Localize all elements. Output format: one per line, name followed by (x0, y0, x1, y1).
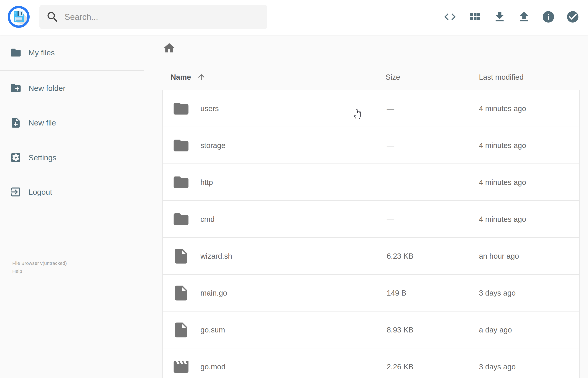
file-name: cmd (200, 201, 214, 238)
file-icon (172, 284, 190, 302)
home-icon (163, 41, 176, 55)
file-size: — (387, 90, 394, 127)
file-size: — (387, 164, 394, 201)
table-row-users[interactable]: users — 4 minutes ago (163, 90, 579, 127)
check-circle-icon (566, 10, 580, 24)
info-button[interactable] (542, 10, 555, 24)
folder-icon (172, 174, 190, 191)
version-link[interactable]: File Browser v(untracked) (12, 259, 67, 267)
upload-icon (517, 10, 531, 24)
upload-button[interactable] (517, 10, 531, 24)
file-size: 8.93 KB (387, 311, 413, 348)
search-icon (46, 10, 59, 24)
settings-icon (10, 152, 22, 163)
table-row-cmd[interactable]: cmd — 4 minutes ago (163, 201, 579, 238)
file-name: wizard.sh (200, 238, 232, 275)
file-modified: a day ago (479, 311, 512, 348)
table-row-storage[interactable]: storage — 4 minutes ago (163, 127, 579, 164)
file-size: 6.23 KB (387, 238, 413, 275)
sidebar-item-my-files[interactable]: My files (0, 35, 144, 70)
file-size: 2.26 KB (387, 348, 413, 378)
table-row-main-go[interactable]: main.go 149 B 3 days ago (163, 275, 579, 311)
sidebar-item-label: My files (28, 48, 55, 57)
file-size: — (387, 127, 394, 164)
breadcrumb-divider (162, 63, 580, 63)
file-modified: 4 minutes ago (479, 127, 526, 164)
search-bar[interactable] (40, 5, 267, 29)
file-modified: 3 days ago (479, 348, 516, 378)
folder-icon (172, 100, 190, 118)
create-new-folder-icon (10, 82, 22, 94)
filebrowser-logo-icon (7, 5, 30, 28)
folder-icon (10, 47, 22, 58)
sidebar-item-logout[interactable]: Logout (0, 175, 144, 209)
movie-icon (172, 358, 190, 376)
file-icon (172, 321, 190, 339)
search-input[interactable] (65, 12, 267, 22)
sidebar: My files New folder New file Settings Lo… (0, 35, 144, 378)
file-list: users — 4 minutes ago storage — 4 minute… (162, 90, 580, 378)
file-size: — (387, 201, 394, 238)
table-row-wizard-sh[interactable]: wizard.sh 6.23 KB an hour ago (163, 238, 579, 275)
table-row-http[interactable]: http — 4 minutes ago (163, 164, 579, 201)
sidebar-item-new-file[interactable]: New file (0, 106, 144, 140)
file-modified: 4 minutes ago (479, 164, 526, 201)
file-name: main.go (200, 275, 227, 311)
table-row-go-mod[interactable]: go.mod 2.26 KB 3 days ago (163, 348, 579, 378)
file-name: http (200, 164, 213, 201)
file-modified: 3 days ago (479, 275, 516, 311)
sidebar-item-label: New folder (28, 84, 66, 93)
sidebar-item-settings[interactable]: Settings (0, 140, 144, 175)
switch-view-button[interactable] (468, 10, 482, 24)
column-header-size[interactable]: Size (386, 71, 400, 84)
info-icon (542, 10, 555, 24)
sidebar-footer: File Browser v(untracked) Help (12, 259, 67, 275)
note-add-icon (10, 117, 22, 129)
file-name: users (200, 90, 219, 127)
filebrowser-app: My files New folder New file Settings Lo… (0, 0, 588, 378)
table-row-go-sum[interactable]: go.sum 8.93 KB a day ago (163, 311, 579, 348)
exit-to-app-icon (10, 186, 22, 198)
file-modified: 4 minutes ago (479, 201, 526, 238)
breadcrumb-home-button[interactable] (163, 41, 176, 55)
download-button[interactable] (493, 10, 507, 24)
download-icon (493, 10, 507, 24)
sidebar-item-label: Logout (28, 188, 52, 197)
app-logo[interactable] (7, 5, 30, 28)
sort-ascending-icon (197, 72, 206, 82)
grid-view-icon (468, 10, 482, 24)
file-name: go.sum (200, 311, 225, 348)
sidebar-item-label: Settings (28, 153, 56, 162)
top-bar (0, 0, 588, 35)
file-name: storage (200, 127, 226, 164)
folder-icon (172, 137, 190, 154)
file-icon (172, 247, 190, 265)
column-header-modified[interactable]: Last modified (479, 71, 523, 84)
sidebar-item-new-folder[interactable]: New folder (0, 71, 144, 106)
file-modified: an hour ago (479, 238, 519, 275)
sidebar-item-label: New file (28, 118, 56, 127)
file-modified: 4 minutes ago (479, 90, 526, 127)
file-name: go.mod (200, 348, 226, 378)
file-size: 149 B (387, 275, 406, 311)
select-multiple-button[interactable] (566, 10, 580, 24)
folder-icon (172, 210, 190, 228)
shell-button[interactable] (443, 10, 457, 24)
help-link[interactable]: Help (12, 267, 67, 275)
code-icon (443, 10, 457, 24)
column-header-name[interactable]: Name (171, 71, 206, 84)
